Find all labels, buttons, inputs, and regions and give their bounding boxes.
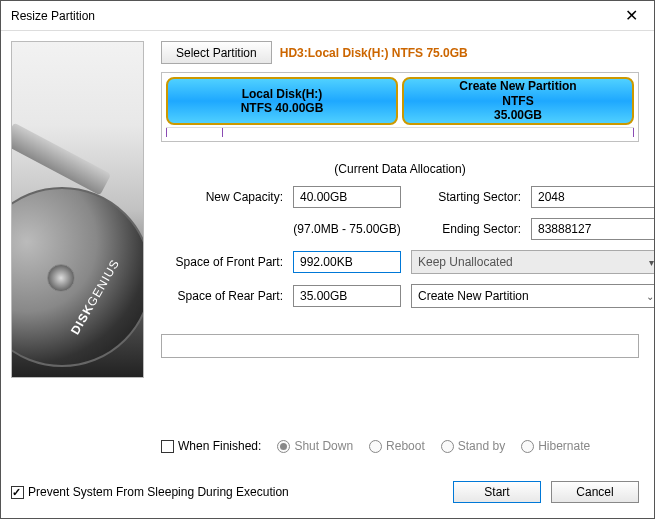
titlebar: Resize Partition ✕ [1,1,654,31]
partition-segment-existing[interactable]: Local Disk(H:) NTFS 40.00GB [166,77,398,125]
label-space-rear: Space of Rear Part: [153,289,283,303]
starting-sector-input[interactable] [531,186,655,208]
radio-standby: Stand by [441,439,505,453]
label-ending-sector: Ending Sector: [411,222,521,236]
chevron-down-icon: ⌄ [646,291,654,302]
partition-segment-new[interactable]: Create New Partition NTFS 35.00GB [402,77,634,125]
select-partition-button[interactable]: Select Partition [161,41,272,64]
radio-shutdown: Shut Down [277,439,353,453]
allocation-header: (Current Data Allocation) [161,162,639,176]
message-field [161,334,639,358]
window-title: Resize Partition [11,9,608,23]
front-action-combo: Keep Unallocated▾ [411,250,655,274]
chevron-down-icon: ▾ [649,257,654,268]
label-space-front: Space of Front Part: [153,255,283,269]
hero-image: DISKGENIUS [11,41,144,378]
prevent-sleep-checkbox[interactable]: Prevent System From Sleeping During Exec… [11,485,289,499]
space-front-input[interactable] [293,251,401,273]
space-rear-input[interactable] [293,285,401,307]
capacity-range: (97.0MB - 75.00GB) [293,222,401,236]
selected-partition-label: HD3:Local Disk(H:) NTFS 75.0GB [280,46,468,60]
close-icon[interactable]: ✕ [608,1,654,31]
cancel-button[interactable]: Cancel [551,481,639,503]
label-starting-sector: Starting Sector: [411,190,521,204]
label-new-capacity: New Capacity: [153,190,283,204]
new-capacity-input[interactable] [293,186,401,208]
start-button[interactable]: Start [453,481,541,503]
radio-hibernate: Hibernate [521,439,590,453]
radio-reboot: Reboot [369,439,425,453]
rear-action-combo[interactable]: Create New Partition⌄ [411,284,655,308]
when-finished-checkbox[interactable]: When Finished: [161,439,261,453]
partition-bar[interactable]: Local Disk(H:) NTFS 40.00GB Create New P… [161,72,639,142]
ending-sector-input[interactable] [531,218,655,240]
